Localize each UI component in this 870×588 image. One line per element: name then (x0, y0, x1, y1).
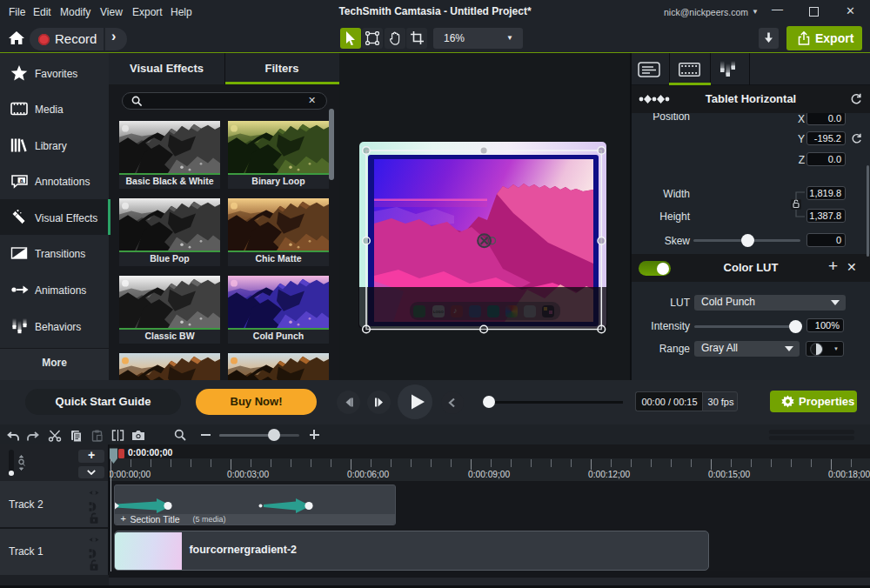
svg-text:a: a (20, 177, 23, 184)
